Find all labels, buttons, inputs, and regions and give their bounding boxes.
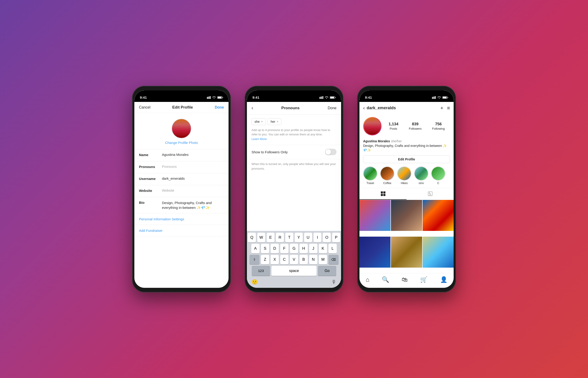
home-icon[interactable]: ⌂ xyxy=(366,276,369,283)
personal-info-settings-link[interactable]: Personal Information Settings xyxy=(134,214,228,225)
main-avatar[interactable] xyxy=(363,117,381,135)
grid-photo-2[interactable] xyxy=(391,200,422,231)
key-shift[interactable]: ⇧ xyxy=(250,255,260,264)
svg-point-20 xyxy=(439,98,440,99)
grid-photo-3[interactable] xyxy=(423,200,454,231)
pronouns-nav: ‹ Pronouns Done xyxy=(247,102,341,115)
key-x[interactable]: X xyxy=(271,255,279,264)
key-q[interactable]: Q xyxy=(248,233,256,242)
change-profile-photo[interactable]: Change Profile Photo xyxy=(165,141,198,145)
key-n[interactable]: N xyxy=(309,255,317,264)
key-numbers[interactable]: 123 xyxy=(252,266,270,276)
key-p[interactable]: P xyxy=(332,233,340,242)
highlight-coffee-label: Coffee xyxy=(383,182,391,185)
emoji-icon[interactable]: 🙂 xyxy=(252,279,258,285)
highlight-omv[interactable]: omv xyxy=(414,166,428,185)
bag-icon[interactable]: 🛒 xyxy=(420,276,427,283)
svg-rect-24 xyxy=(381,191,383,193)
key-h[interactable]: H xyxy=(299,244,308,253)
key-v[interactable]: V xyxy=(290,255,298,264)
svg-rect-17 xyxy=(433,97,434,99)
cancel-button[interactable]: Cancel xyxy=(139,105,151,109)
key-space[interactable]: space xyxy=(271,266,317,276)
pronoun-her-label: her xyxy=(271,120,275,123)
field-value-username[interactable]: dark_emeralds xyxy=(162,176,224,180)
svg-rect-16 xyxy=(432,97,433,99)
key-m[interactable]: M xyxy=(319,255,327,264)
followers-only-label: Show to Followers Only xyxy=(252,150,288,154)
pronoun-she-remove[interactable]: × xyxy=(261,120,263,123)
key-o[interactable]: O xyxy=(323,233,331,242)
grid-photo-6[interactable] xyxy=(423,237,454,268)
key-j[interactable]: J xyxy=(309,244,317,253)
stat-posts[interactable]: 1,134 Posts xyxy=(389,122,398,131)
tab-tagged[interactable] xyxy=(406,188,454,200)
svg-rect-15 xyxy=(335,97,336,98)
avatar[interactable] xyxy=(172,119,191,138)
grid-photo-4[interactable] xyxy=(360,237,391,268)
key-a[interactable]: A xyxy=(251,244,260,253)
field-value-name[interactable]: Agustina Morales xyxy=(162,153,224,157)
svg-rect-2 xyxy=(209,96,210,99)
followers-only-toggle[interactable] xyxy=(325,149,336,155)
bio-text: Design, Photography, Crafts and everythi… xyxy=(363,144,450,153)
learn-more-link[interactable]: Learn More xyxy=(252,137,267,141)
key-k[interactable]: K xyxy=(319,244,327,253)
key-s[interactable]: S xyxy=(261,244,269,253)
key-backspace[interactable]: ⌫ xyxy=(328,255,338,264)
key-l[interactable]: L xyxy=(328,244,337,253)
done-button-edit[interactable]: Done xyxy=(215,105,224,109)
posts-count: 1,134 xyxy=(389,122,398,126)
highlight-coffee[interactable]: Coffee xyxy=(380,166,394,185)
search-nav-icon[interactable]: 🔍 xyxy=(382,276,389,283)
field-website[interactable]: Website Website xyxy=(134,185,228,197)
back-button-profile[interactable]: ‹ xyxy=(363,105,365,111)
field-label-website: Website xyxy=(139,189,162,192)
key-d[interactable]: D xyxy=(271,244,279,253)
key-w[interactable]: W xyxy=(257,233,265,242)
key-t[interactable]: T xyxy=(285,233,293,242)
shop-icon[interactable]: 🛍 xyxy=(402,276,408,283)
bio-pronouns: she/her xyxy=(391,139,402,143)
svg-rect-19 xyxy=(435,96,436,99)
key-u[interactable]: U xyxy=(304,233,312,242)
tab-grid[interactable] xyxy=(360,188,406,200)
add-icon[interactable]: + xyxy=(440,105,443,111)
status-time-3: 9:41 xyxy=(365,95,372,99)
svg-rect-8 xyxy=(320,97,320,99)
menu-icon[interactable]: ≡ xyxy=(447,105,450,111)
done-button-pronouns[interactable]: Done xyxy=(328,106,336,110)
key-f[interactable]: F xyxy=(280,244,289,253)
add-fundraiser-link[interactable]: Add Fundraiser xyxy=(134,225,228,236)
highlight-hikes[interactable]: Hikes xyxy=(397,166,411,185)
svg-point-12 xyxy=(326,98,327,99)
key-c[interactable]: C xyxy=(280,255,289,264)
grid-photo-5[interactable] xyxy=(391,237,422,268)
following-count: 756 xyxy=(432,122,445,126)
key-z[interactable]: Z xyxy=(261,255,269,264)
stat-followers[interactable]: 839 Followers xyxy=(409,122,422,131)
highlight-travel[interactable]: Travel xyxy=(363,166,377,185)
field-pronouns[interactable]: Pronouns Pronouns xyxy=(134,161,228,173)
profile-icon[interactable]: 👤 xyxy=(440,276,448,283)
profile-username: dark_emeralds xyxy=(367,106,438,110)
grid-photo-1[interactable] xyxy=(360,200,391,231)
pronoun-her-remove[interactable]: × xyxy=(277,120,278,123)
keyboard-row-2: A S D F G H J K L xyxy=(248,244,340,253)
highlight-more[interactable]: C xyxy=(431,166,445,185)
key-g[interactable]: G xyxy=(290,244,298,253)
keyboard-row-3: ⇧ Z X C V B N M ⌫ xyxy=(248,255,340,264)
keyboard-bottom-row: 123 space Go xyxy=(248,266,340,276)
back-button-pronouns[interactable]: ‹ xyxy=(252,105,253,111)
key-i[interactable]: I xyxy=(313,233,322,242)
field-value-bio[interactable]: Design, Photography, Crafts and everythi… xyxy=(162,200,224,210)
edit-profile-button[interactable]: Edit Profile xyxy=(363,155,450,163)
mic-icon[interactable]: 🎙 xyxy=(331,279,336,285)
stat-following[interactable]: 756 Following xyxy=(432,122,445,131)
key-e[interactable]: E xyxy=(267,233,275,242)
key-r[interactable]: R xyxy=(276,233,284,242)
key-go[interactable]: Go xyxy=(318,266,336,276)
profile-nav: ‹ dark_emeralds + ≡ xyxy=(360,102,454,114)
key-y[interactable]: Y xyxy=(295,233,303,242)
key-b[interactable]: B xyxy=(299,255,308,264)
